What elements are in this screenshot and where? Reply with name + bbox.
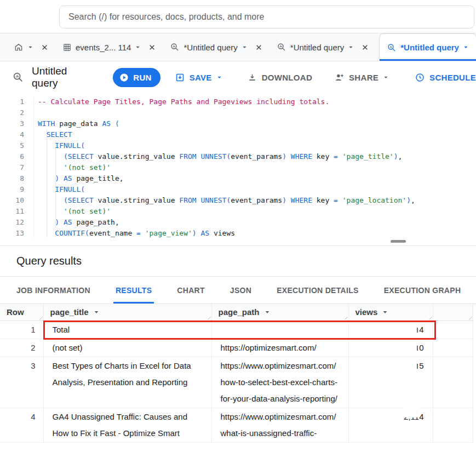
column-label: page_title: [50, 307, 89, 317]
code-line-13: 13 COUNTIF(event_name = 'page_view') AS …: [0, 228, 476, 237]
chevron-down-icon[interactable]: [242, 45, 247, 50]
bigquery-console: events_2... 114*Untitled query*Untitled …: [0, 0, 476, 458]
query-title: Untitled query: [32, 65, 81, 89]
tab--untitled-query-4[interactable]: *Untitled query: [379, 33, 476, 61]
sort-dropdown-icon[interactable]: [265, 310, 270, 315]
line-number: 10: [0, 195, 34, 206]
search-input[interactable]: [68, 12, 465, 22]
tab-home-0[interactable]: [7, 33, 55, 61]
chevron-down-icon[interactable]: [463, 45, 468, 50]
column-header-page_path[interactable]: page_path: [211, 304, 348, 320]
cell-page-path: https://www.optimizesmart.com/how-to-sel…: [211, 357, 348, 408]
cell-page-title: GA4 Unassigned Traffic: Causes and How t…: [43, 408, 211, 442]
row-number: 4: [0, 408, 43, 442]
column-resize-handle[interactable]: [343, 315, 348, 320]
tab--untitled-query-3[interactable]: *Untitled query: [269, 33, 376, 61]
column-label: views: [355, 307, 378, 317]
table-icon: [62, 43, 72, 52]
results-tab-results[interactable]: RESULTS: [116, 277, 152, 304]
sort-dropdown-icon[interactable]: [382, 310, 388, 315]
code-text: ) AS page_path,: [38, 217, 119, 228]
run-button[interactable]: RUN: [113, 68, 160, 87]
home-icon: [14, 42, 24, 52]
chevron-down-icon: [217, 75, 222, 80]
chevron-down-icon[interactable]: [348, 45, 353, 50]
code-text: ) AS page_title,: [38, 173, 124, 184]
code-text: IFNULL(: [38, 184, 85, 195]
topbar: [0, 0, 476, 33]
chevron-down-icon[interactable]: [28, 45, 33, 50]
sql-editor[interactable]: 1-- Calculate Page Titles, Page Paths an…: [0, 93, 476, 237]
results-tab-chart[interactable]: CHART: [177, 277, 205, 304]
search-box[interactable]: [59, 5, 474, 28]
close-icon[interactable]: [362, 44, 369, 51]
table-row-4: 4GA4 Unassigned Traffic: Causes and How …: [0, 408, 473, 442]
results-header: Query results: [0, 246, 476, 277]
column-resize-handle[interactable]: [427, 315, 432, 320]
line-number: 11: [0, 206, 34, 217]
code-line-12: 12 ) AS page_path,: [0, 217, 476, 228]
cell-page-path: [211, 320, 348, 339]
splitter-bar: [0, 237, 476, 246]
close-icon[interactable]: [41, 44, 48, 51]
person-add-icon: [334, 72, 345, 83]
results-tab-execution-graph[interactable]: EXECUTION GRAPH: [384, 277, 461, 304]
row-number: 2: [0, 339, 43, 357]
sort-dropdown-icon[interactable]: [94, 310, 99, 315]
column-resize-handle[interactable]: [38, 315, 43, 320]
tab--untitled-query-2[interactable]: *Untitled query: [163, 33, 269, 61]
line-number: 7: [0, 162, 34, 173]
save-label: SAVE: [190, 73, 212, 82]
cell-page-title: Best Types of Charts in Excel for Data A…: [43, 357, 211, 408]
results-tab-json[interactable]: JSON: [230, 277, 251, 304]
column-header-page_title[interactable]: page_title: [43, 304, 211, 320]
panel-resize-handle[interactable]: [391, 240, 406, 243]
results-tab-execution-details[interactable]: EXECUTION DETAILS: [277, 277, 359, 304]
close-icon[interactable]: [255, 44, 262, 51]
tab-label: *Untitled query: [183, 43, 237, 52]
chevron-down-icon: [383, 75, 388, 80]
code-line-6: 6 (SELECT value.string_value FROM UNNEST…: [0, 151, 476, 162]
chevron-down-icon[interactable]: [135, 45, 140, 50]
results-heading: Query results: [16, 255, 82, 267]
code-text: (SELECT value.string_value FROM UNNEST(e…: [38, 195, 415, 206]
column-resize-handle[interactable]: [206, 315, 211, 320]
tab-events-2-114-1[interactable]: events_2... 114: [55, 33, 163, 61]
code-text: '(not set)': [38, 206, 111, 217]
redacted-digit-artifact: [417, 364, 418, 369]
row-number: 3: [0, 357, 43, 408]
save-icon: [175, 72, 185, 83]
line-number: 6: [0, 151, 34, 162]
cell-page-title: (not set): [43, 339, 211, 357]
tab-strip: events_2... 114*Untitled query*Untitled …: [0, 33, 476, 61]
code-line-1: 1-- Calculate Page Titles, Page Paths an…: [0, 96, 476, 107]
line-number: 12: [0, 217, 34, 228]
save-button[interactable]: SAVE: [175, 67, 222, 87]
column-label: Row: [7, 307, 24, 317]
schedule-button[interactable]: SCHEDULE: [415, 67, 476, 87]
line-number: 9: [0, 184, 34, 195]
table-row-1: 1Total4: [0, 320, 473, 339]
results-tab-job-information[interactable]: JOB INFORMATION: [16, 277, 90, 304]
results-tabs: JOB INFORMATIONRESULTSCHARTJSONEXECUTION…: [0, 277, 476, 304]
column-header-empty: [433, 304, 473, 320]
cell-empty: [433, 320, 473, 339]
download-button[interactable]: DOWNLOAD: [247, 67, 312, 87]
code-text: COUNTIF(event_name = 'page_view') AS vie…: [38, 228, 235, 237]
column-header-views[interactable]: views: [348, 304, 433, 320]
row-number: 1: [0, 320, 43, 339]
clock-icon: [415, 72, 425, 83]
close-icon[interactable]: [148, 44, 156, 51]
code-line-3: 3WITH page_data AS (: [0, 118, 476, 129]
line-number: 1: [0, 96, 34, 107]
tab-label: events_2... 114: [76, 43, 131, 52]
redacted-digits: 2,11: [404, 409, 419, 425]
tab-label: *Untitled query: [290, 43, 344, 52]
line-number: 13: [0, 228, 34, 237]
table-row-2: 2(not set)https://optimizesmart.com/0: [0, 339, 473, 357]
cell-views: 4: [348, 320, 433, 339]
cell-page-path: https://optimizesmart.com/: [211, 339, 348, 357]
share-button[interactable]: SHARE: [334, 67, 388, 87]
column-resize-handle[interactable]: [467, 315, 472, 320]
bottom-scroll-gutter: [0, 453, 476, 458]
